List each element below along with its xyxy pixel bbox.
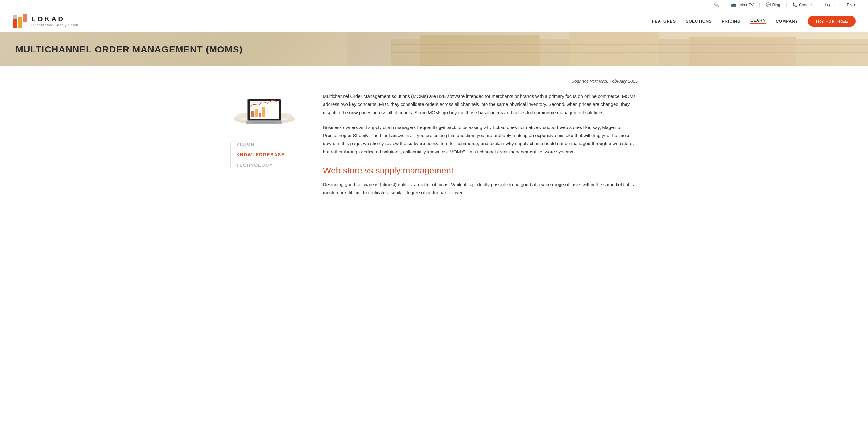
nav-pricing[interactable]: PRICING	[722, 19, 741, 24]
svg-rect-7	[689, 37, 797, 66]
nav-company[interactable]: COMPANY	[776, 19, 798, 24]
lokadtv-label: LokadTV	[738, 2, 753, 7]
sidebar-nav: VISION KNOWLEDGEBASE TECHNOLOGY	[230, 142, 311, 168]
separator-2: |	[759, 2, 760, 7]
language-selector[interactable]: EN ▾	[847, 2, 856, 7]
sidebar: VISION KNOWLEDGEBASE TECHNOLOGY	[230, 79, 311, 203]
article-paragraph-1: Multichannel Order Management solutions …	[323, 92, 638, 117]
separator-5: |	[840, 2, 841, 7]
top-bar: 🔍 | 📺 LokadTV | 💬 Blog | 📞 Contact | Log…	[0, 0, 868, 10]
svg-rect-2	[13, 16, 17, 19]
logo-area: LOKAD Quantitative Supply Chain	[12, 13, 652, 29]
lokadtv-link[interactable]: 📺 LokadTV	[731, 2, 753, 7]
sidebar-item-technology[interactable]: TECHNOLOGY	[236, 163, 311, 168]
try-for-free-button[interactable]: TRY FOR FREE	[808, 16, 856, 27]
svg-rect-15	[255, 109, 257, 117]
nav-solutions[interactable]: SOLUTIONS	[686, 19, 712, 24]
login-link[interactable]: Login	[825, 2, 835, 7]
tv-icon: 📺	[731, 2, 736, 7]
login-label: Login	[825, 2, 835, 7]
sidebar-item-knowledgebase[interactable]: KNOWLEDGEBASE	[236, 152, 311, 157]
logo-text: LOKAD Quantitative Supply Chain	[31, 15, 79, 27]
separator-4: |	[818, 2, 819, 7]
logo-icon	[12, 13, 28, 29]
main-content: Joannes Vermorel, February 2015 Multicha…	[323, 79, 638, 203]
nav-learn[interactable]: LEARN	[750, 18, 766, 24]
article-paragraph-2: Business owners and supply chain manager…	[323, 123, 638, 156]
contact-label: Contact	[799, 2, 813, 7]
section-heading-webstore: Web store vs supply management	[323, 166, 638, 176]
phone-icon: 📞	[793, 2, 797, 7]
sidebar-item-vision[interactable]: VISION	[236, 142, 311, 147]
contact-link[interactable]: 📞 Contact	[793, 2, 813, 7]
sidebar-illustration	[230, 79, 298, 128]
svg-rect-1	[18, 17, 22, 28]
svg-rect-6	[570, 32, 659, 66]
blog-label: Blog	[772, 2, 780, 7]
svg-rect-17	[262, 107, 265, 117]
separator-1: |	[724, 2, 725, 7]
section-paragraph-1: Designing good software is (almost) enti…	[323, 181, 638, 197]
search-icon: 🔍	[714, 2, 719, 7]
lang-label: EN ▾	[847, 2, 856, 7]
page-title: MULTICHANNEL ORDER MANAGEMENT (MOMS)	[16, 44, 243, 55]
svg-rect-16	[259, 113, 261, 117]
logo-subtitle: Quantitative Supply Chain	[31, 23, 79, 27]
svg-rect-14	[251, 111, 254, 117]
blog-link[interactable]: 💬 Blog	[766, 2, 780, 7]
logo-name: LOKAD	[31, 15, 79, 23]
main-nav: LOKAD Quantitative Supply Chain FEATURES…	[0, 10, 868, 32]
nav-links: FEATURES SOLUTIONS PRICING LEARN COMPANY…	[652, 16, 856, 27]
svg-rect-5	[421, 35, 540, 66]
svg-rect-0	[13, 19, 17, 28]
nav-features[interactable]: FEATURES	[652, 19, 676, 24]
separator-3: |	[786, 2, 787, 7]
article-meta: Joannes Vermorel, February 2015	[323, 79, 638, 84]
search-button[interactable]: 🔍	[714, 2, 719, 7]
hero-banner: MULTICHANNEL ORDER MANAGEMENT (MOMS)	[0, 32, 868, 66]
content-wrapper: VISION KNOWLEDGEBASE TECHNOLOGY Joannes …	[218, 79, 650, 203]
article-body: Multichannel Order Management solutions …	[323, 92, 638, 197]
blog-icon: 💬	[766, 2, 771, 7]
svg-rect-3	[23, 14, 27, 22]
svg-rect-21	[252, 122, 277, 123]
